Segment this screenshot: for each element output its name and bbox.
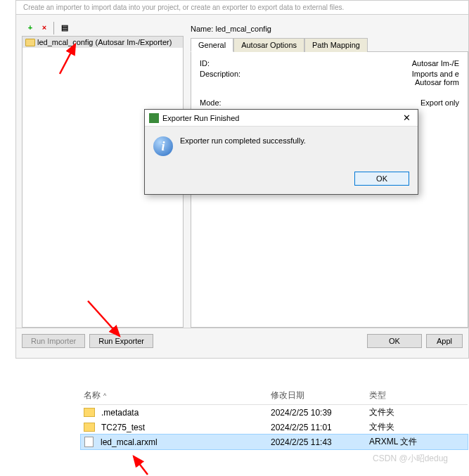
file-type: 文件夹 bbox=[369, 421, 468, 433]
file-date: 2024/2/25 11:43 bbox=[271, 437, 369, 447]
modal-title-text: Exporter Run Finished bbox=[162, 114, 239, 122]
apply-button[interactable]: Appl bbox=[426, 334, 463, 348]
modal-titlebar: Exporter Run Finished ✕ bbox=[145, 110, 418, 127]
info-icon: i bbox=[153, 136, 173, 156]
file-row[interactable]: led_mcal.arxml2024/2/25 11:43ARXML 文件 bbox=[81, 435, 468, 449]
folder-icon bbox=[25, 39, 35, 46]
run-exporter-button[interactable]: Run Exporter bbox=[89, 334, 153, 348]
modal-body: i Exporter run completed successfully. bbox=[145, 127, 418, 166]
name-label: Name: bbox=[191, 25, 213, 33]
modal-ok-button[interactable]: OK bbox=[354, 172, 409, 186]
app-icon bbox=[149, 113, 159, 123]
tab-autosar-options[interactable]: Autosar Options bbox=[233, 38, 304, 52]
add-icon[interactable]: + bbox=[25, 22, 36, 33]
file-type: 文件夹 bbox=[369, 406, 468, 418]
file-row[interactable]: .metadata2024/2/25 10:39文件夹 bbox=[81, 405, 468, 420]
remove-icon[interactable]: × bbox=[39, 22, 50, 33]
explorer-rows: .metadata2024/2/25 10:39文件夹TC275_test202… bbox=[81, 405, 468, 449]
file-explorer: 名称 ^ 修改日期 类型 .metadata2024/2/25 10:39文件夹… bbox=[81, 387, 468, 449]
ok-button[interactable]: OK bbox=[367, 334, 422, 348]
folder-icon bbox=[84, 408, 95, 417]
file-name: TC275_test bbox=[101, 423, 145, 432]
mode-value: Export only bbox=[270, 98, 459, 107]
run-importer-button[interactable]: Run Importer bbox=[22, 334, 85, 348]
file-type: ARXML 文件 bbox=[369, 436, 468, 448]
description-value: Imports and e Autosar form bbox=[270, 70, 459, 86]
column-header-date[interactable]: 修改日期 bbox=[271, 390, 369, 401]
tree-item-led-mcal-config[interactable]: led_mcal_config (Autosar Im-/Exporter) bbox=[23, 37, 183, 48]
file-row[interactable]: TC275_test2024/2/25 11:01文件夹 bbox=[81, 420, 468, 435]
tree-item-label: led_mcal_config (Autosar Im-/Exporter) bbox=[37, 38, 172, 46]
name-row: Name: led_mcal_config bbox=[191, 23, 468, 37]
explorer-header: 名称 ^ 修改日期 类型 bbox=[81, 387, 468, 405]
mode-label: Mode: bbox=[200, 98, 270, 107]
modal-message: Exporter run completed successfully. bbox=[180, 136, 306, 145]
list-icon[interactable]: ▤ bbox=[59, 22, 70, 33]
id-value: Autosar Im-/E bbox=[270, 59, 459, 67]
column-header-type[interactable]: 类型 bbox=[369, 390, 468, 401]
file-date: 2024/2/25 10:39 bbox=[271, 408, 369, 418]
file-icon bbox=[84, 437, 94, 447]
exporter-finished-dialog: Exporter Run Finished ✕ i Exporter run c… bbox=[144, 109, 418, 195]
file-name: .metadata bbox=[101, 408, 139, 418]
description-label: Description: bbox=[200, 70, 270, 86]
file-date: 2024/2/25 11:01 bbox=[271, 423, 369, 432]
tab-path-mapping[interactable]: Path Mapping bbox=[304, 38, 368, 52]
svg-line-2 bbox=[134, 456, 148, 475]
column-header-name[interactable]: 名称 ^ bbox=[81, 390, 271, 401]
tab-general[interactable]: General bbox=[191, 38, 233, 52]
close-icon[interactable]: ✕ bbox=[400, 112, 413, 123]
tabs: General Autosar Options Path Mapping bbox=[191, 37, 468, 52]
watermark: CSDN @小昭dedug bbox=[373, 453, 448, 465]
folder-icon bbox=[84, 423, 95, 432]
separator bbox=[53, 22, 56, 34]
tree-toolbar: + × ▤ bbox=[22, 20, 184, 36]
dialog-description: Create an importer to import data into y… bbox=[16, 1, 468, 15]
id-label: ID: bbox=[200, 59, 270, 67]
button-bar: Run Importer Run Exporter OK Appl bbox=[16, 328, 468, 353]
name-value: led_mcal_config bbox=[215, 25, 271, 33]
modal-footer: OK bbox=[145, 166, 418, 194]
annotation-arrow-icon bbox=[127, 454, 169, 476]
file-name: led_mcal.arxml bbox=[101, 437, 158, 447]
sort-indicator-icon: ^ bbox=[103, 392, 106, 399]
